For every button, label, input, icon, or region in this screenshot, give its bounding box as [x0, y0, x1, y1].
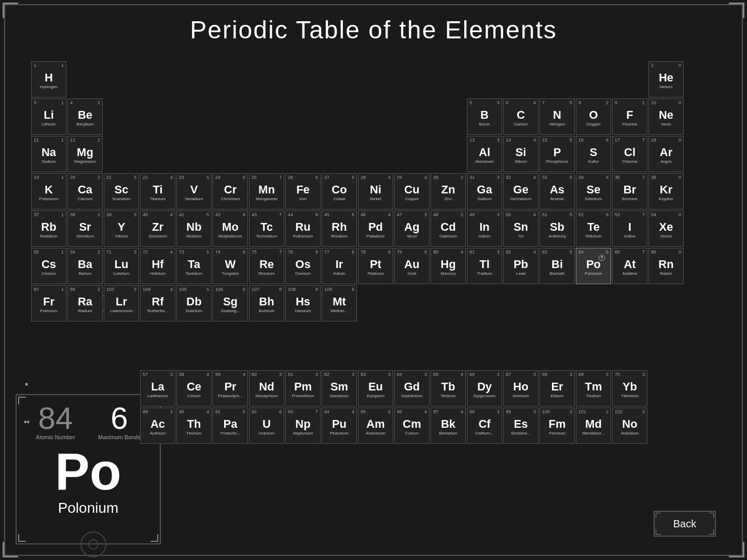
element-i[interactable]: 537IIodine [612, 211, 647, 247]
element-ag[interactable]: 473AgSilver [394, 211, 430, 247]
element-pa[interactable]: 915PaProtactin... [213, 408, 248, 444]
element-rb[interactable]: 371RbRubidium [31, 211, 66, 247]
element-hg[interactable]: 804HgMercury [431, 248, 466, 284]
element-xe[interactable]: 540XeXenon [648, 211, 684, 247]
element-fr[interactable]: 871FrFrancium [31, 285, 66, 321]
element-ti[interactable]: 224TiTitanium [140, 173, 175, 209]
element-sr[interactable]: 382SrStrontium [67, 211, 103, 247]
element-se[interactable]: 346SeSelenium [576, 173, 611, 209]
element-al[interactable]: 133AlAluminum [467, 136, 502, 172]
element-ra[interactable]: 882RaRadium [67, 285, 103, 321]
element-ar[interactable]: 180ArArgon [648, 136, 684, 172]
element-ge[interactable]: 324GeGermanium [503, 173, 538, 209]
element-p[interactable]: 155PPhosphorus [540, 136, 575, 172]
element-cr[interactable]: 246CrChromium [213, 173, 248, 209]
element-rh[interactable]: 456RhRhodium [322, 211, 357, 247]
element-np[interactable]: 937NpNeptunium [285, 408, 321, 444]
element-zn[interactable]: 302ZnZinc [431, 173, 466, 209]
element-n[interactable]: 75NNitrogen [540, 99, 575, 135]
element-os[interactable]: 768OsOsmium [285, 248, 321, 284]
element-gd[interactable]: 643GdGadolinium [394, 370, 430, 407]
element-f[interactable]: 91FFluorine [612, 99, 647, 135]
element-pt[interactable]: 786PtPlatinum [358, 248, 393, 284]
element-pr[interactable]: 594PrPraseodym... [213, 370, 248, 407]
element-yb[interactable]: 703YbYtterbium [612, 370, 647, 407]
element-ru[interactable]: 448RuRuthenium [285, 211, 321, 247]
element-rf[interactable]: 1044RfRutherfor... [140, 285, 175, 321]
element-s[interactable]: 166SSulfur [576, 136, 611, 172]
element-sm[interactable]: 623SmSamarium [322, 370, 357, 407]
element-sg[interactable]: 1066SgSeaborg... [213, 285, 248, 321]
element-ga[interactable]: 313GaGallium [467, 173, 502, 209]
element-mn[interactable]: 257MnManganese [249, 173, 284, 209]
element-ca[interactable]: 202CaCalcium [67, 173, 103, 209]
element-mg[interactable]: 122MgMagnesium [67, 136, 103, 172]
element-eu[interactable]: 633EuEuropium [358, 370, 393, 407]
element-v[interactable]: 235VVanadium [176, 173, 212, 209]
element-dy[interactable]: 663DyDysprosium [467, 370, 502, 407]
element-tl[interactable]: 813TlThallium [467, 248, 502, 284]
element-es[interactable]: 993EsEinsteini... [503, 408, 538, 444]
element-o[interactable]: 82OOxygen [576, 99, 611, 135]
element-pd[interactable]: 464PdPalladium [358, 211, 393, 247]
element-tm[interactable]: 693TmThulium [576, 370, 611, 407]
element-fe[interactable]: 266FeIron [285, 173, 321, 209]
element-db[interactable]: 1055DbDubnium [176, 285, 212, 321]
element-zr[interactable]: 404ZrZirconium [140, 211, 175, 247]
element-cf[interactable]: 983CfCaliforni... [467, 408, 502, 444]
element-pu[interactable]: 944PuPlutonium [322, 408, 357, 444]
element-w[interactable]: 746WTungsten [213, 248, 248, 284]
element-pm[interactable]: 613PmPromethium [285, 370, 321, 407]
element-in[interactable]: 493InIndium [467, 211, 502, 247]
element-lr[interactable]: 1033LrLawrencium [104, 285, 139, 321]
element-no[interactable]: 1023NoNobelium [612, 408, 647, 444]
element-kr[interactable]: 360KrKrypton [648, 173, 684, 209]
element-hf[interactable]: 724HfHafnium [140, 248, 175, 284]
element-li[interactable]: 31LiLithium [31, 99, 66, 135]
element-ac[interactable]: 893AcActinium [140, 408, 175, 444]
element-cd[interactable]: 482CdCadmium [431, 211, 466, 247]
element-bi[interactable]: 835BiBismuth [540, 248, 575, 284]
element-tb[interactable]: 654TbTerbium [431, 370, 466, 407]
element-cu[interactable]: 294CuCopper [394, 173, 430, 209]
element-nb[interactable]: 415NbNiobium [176, 211, 212, 247]
element-lu[interactable]: 713LuLutetium [104, 248, 139, 284]
element-sb[interactable]: 515SbAntimony [540, 211, 575, 247]
element-na[interactable]: 111NaSodium [31, 136, 66, 172]
element-er[interactable]: 683ErErbium [540, 370, 575, 407]
element-cl[interactable]: 177ClChlorine [612, 136, 647, 172]
element-md[interactable]: 1012MdMendelevi... [576, 408, 611, 444]
element-bk[interactable]: 974BkBerkelium [431, 408, 466, 444]
element-po[interactable]: 846Po?Polonium [576, 248, 611, 284]
element-be[interactable]: 42BeBeryllium [67, 99, 103, 135]
element-h[interactable]: 11HHydrogen [31, 61, 66, 97]
element-c[interactable]: 64CCarbon [503, 99, 538, 135]
element-cs[interactable]: 551CsCesium [31, 248, 66, 284]
element-he[interactable]: 20HeHelium [648, 61, 684, 97]
element-br[interactable]: 357BrBromine [612, 173, 647, 209]
element-ni[interactable]: 284NiNickel [358, 173, 393, 209]
element-th[interactable]: 904ThThorium [176, 408, 212, 444]
element-sc[interactable]: 213ScScandium [104, 173, 139, 209]
element-b[interactable]: 53BBoron [467, 99, 502, 135]
element-te[interactable]: 526TeTellurium [576, 211, 611, 247]
element-ho[interactable]: 673HoHolmium [503, 370, 538, 407]
element-am[interactable]: 956AmAmericium [358, 408, 393, 444]
element-y[interactable]: 393YYttrium [104, 211, 139, 247]
element-nd[interactable]: 603NdNeodymium [249, 370, 284, 407]
element-tc[interactable]: 437TcTechnetium [249, 211, 284, 247]
element-hs[interactable]: 1088HsHassium [285, 285, 321, 321]
element-bh[interactable]: 1078BhBohrium [249, 285, 284, 321]
element-at[interactable]: 857AtAstatine [612, 248, 647, 284]
element-pb[interactable]: 824PbLead [503, 248, 538, 284]
element-sn[interactable]: 504SnTin [503, 211, 538, 247]
element-ta[interactable]: 735TaTantalum [176, 248, 212, 284]
element-re[interactable]: 757ReRhenium [249, 248, 284, 284]
element-mo[interactable]: 426MoMolybdenum [213, 211, 248, 247]
element-ne[interactable]: 100NeNeon [648, 99, 684, 135]
element-si[interactable]: 144SiSilicon [503, 136, 538, 172]
element-rn[interactable]: 860RnRadon [648, 248, 684, 284]
element-as[interactable]: 335AsArsenic [540, 173, 575, 209]
element-mt[interactable]: 1096MtMeitner... [322, 285, 357, 321]
element-ir[interactable]: 776IrIridium [322, 248, 357, 284]
